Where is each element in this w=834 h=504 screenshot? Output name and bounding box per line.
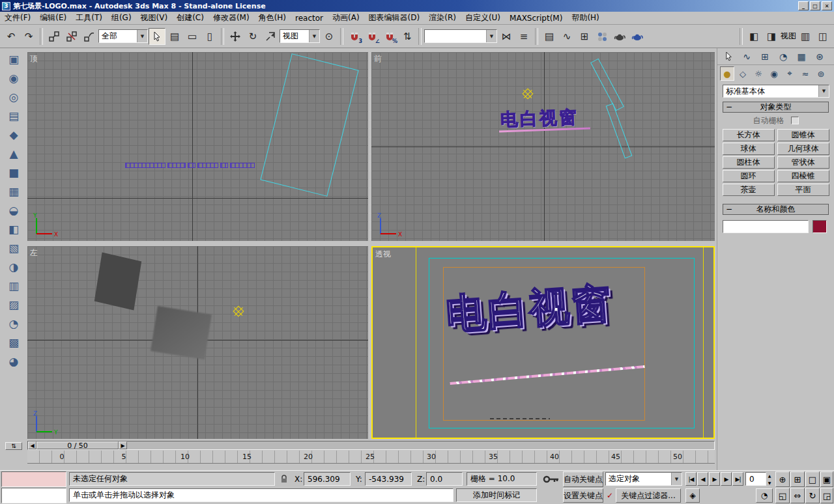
select-by-name-button[interactable]: ▤ <box>166 28 183 45</box>
category-systems[interactable]: ⊚ <box>814 66 828 81</box>
auto-key-button[interactable]: 自动关键点 <box>563 471 603 487</box>
redo-button[interactable]: ↷ <box>20 28 37 45</box>
layer-manager-button[interactable]: ▤ <box>541 28 558 45</box>
cylinder-button[interactable]: 圆柱体 <box>723 156 775 169</box>
category-geometry[interactable]: ● <box>720 66 734 81</box>
left-tool-button[interactable]: ◆ <box>5 126 22 143</box>
select-and-link-button[interactable] <box>46 28 63 45</box>
time-slider-handle[interactable]: 0 / 50 <box>36 441 119 449</box>
go-to-end-button[interactable]: ▶| <box>732 472 743 486</box>
teapot-button[interactable]: 茶壶 <box>723 184 775 196</box>
left-tool-button[interactable]: ◒ <box>5 202 22 218</box>
primitive-category-dropdown[interactable]: 标准基本体 ▼ <box>723 85 829 98</box>
z-coordinate-field[interactable]: 0.0 <box>426 472 463 486</box>
snap-toggle-3d-button[interactable]: 3 <box>346 28 363 45</box>
plane-button[interactable]: 平面 <box>777 184 829 196</box>
menu-reactor[interactable]: reactor <box>291 12 328 24</box>
menu-rendering[interactable]: 渲染(R) <box>424 11 461 25</box>
left-tool-button[interactable]: ▤ <box>5 107 22 124</box>
previous-frame-button[interactable]: ◀ <box>697 472 708 486</box>
left-tool-button[interactable]: ▦ <box>5 183 22 199</box>
mirror-button[interactable]: ⋈ <box>498 28 515 45</box>
open-minitrack-button[interactable]: ⇅ <box>5 442 22 450</box>
maxscript-mini-listener-white[interactable] <box>1 488 66 503</box>
key-mode-toggle[interactable]: ◈ <box>685 488 700 503</box>
window-crossing-button[interactable]: ▯ <box>201 28 218 45</box>
arc-rotate-button[interactable]: ↻ <box>805 488 820 503</box>
use-center-button[interactable]: ⊙ <box>321 28 338 45</box>
left-tool-button[interactable]: ◧ <box>5 221 22 237</box>
close-button[interactable]: ✕ <box>822 1 832 10</box>
category-spacewarps[interactable]: ≈ <box>798 66 812 81</box>
left-tool-button[interactable]: ◔ <box>5 315 22 331</box>
tab-motion[interactable]: ◔ <box>775 49 792 64</box>
cone-button[interactable]: 圆锥体 <box>777 129 829 141</box>
left-tool-button[interactable]: ◑ <box>5 259 22 275</box>
y-coordinate-field[interactable]: -543.939 <box>365 472 412 486</box>
menu-animation[interactable]: 动画(A) <box>328 11 364 25</box>
views-toolbar-icon-c[interactable]: ▥ <box>797 28 814 45</box>
menu-modifiers[interactable]: 修改器(M) <box>208 11 254 25</box>
geosphere-button[interactable]: 几何球体 <box>777 143 829 155</box>
torus-button[interactable]: 圆环 <box>723 170 775 182</box>
unlink-button[interactable] <box>63 28 80 45</box>
pan-button[interactable]: ⇔ <box>790 488 805 503</box>
viewport-left[interactable]: 左 Z Y <box>27 246 368 439</box>
category-helpers[interactable]: ⌖ <box>783 66 797 81</box>
time-configuration-button[interactable]: ◔ <box>756 488 773 503</box>
maxscript-mini-listener-pink[interactable] <box>1 471 66 487</box>
render-setup-button[interactable] <box>611 28 628 45</box>
left-tool-button[interactable]: ◕ <box>5 353 22 369</box>
key-filters-button[interactable]: 关键点过滤器... <box>616 488 681 503</box>
object-color-swatch[interactable] <box>812 220 827 233</box>
viewport-perspective[interactable]: 透视 电白视窗 <box>371 246 715 439</box>
pyramid-button[interactable]: 四棱锥 <box>777 170 829 182</box>
play-button[interactable]: ▶ <box>709 472 720 486</box>
menu-graph-editors[interactable]: 图表编辑器(D) <box>364 11 425 25</box>
x-coordinate-field[interactable]: 596.309 <box>304 472 351 486</box>
left-tool-button[interactable]: ▩ <box>5 334 22 350</box>
schematic-view-button[interactable]: ⊞ <box>576 28 593 45</box>
angle-snap-button[interactable]: ∠ <box>364 28 381 45</box>
previous-frame-arrow[interactable]: ◀ <box>28 441 36 449</box>
next-frame-button[interactable]: ▶ <box>721 472 732 486</box>
time-slider-track[interactable]: ◀ 0 / 50 ▶ <box>27 441 715 450</box>
menu-tools[interactable]: 工具(T) <box>71 11 107 25</box>
curve-editor-button[interactable]: ∿ <box>558 28 575 45</box>
zoom-all-button[interactable]: ⊞ <box>790 471 805 487</box>
menu-maxscript[interactable]: MAXScript(M) <box>505 12 567 24</box>
left-tool-button[interactable]: ◉ <box>5 70 22 86</box>
autogrid-checkbox[interactable] <box>791 117 799 124</box>
quick-render-button[interactable] <box>629 28 646 45</box>
menu-edit[interactable]: 编辑(E) <box>35 11 71 25</box>
zoom-button[interactable]: ⊕ <box>775 471 790 487</box>
box-button[interactable]: 长方体 <box>723 129 775 141</box>
rollout-object-type[interactable]: − 对象类型 <box>723 102 829 113</box>
menu-views[interactable]: 视图(V) <box>136 11 173 25</box>
named-selection-dropdown[interactable]: ▼ <box>424 29 497 43</box>
selected-objects-dropdown[interactable]: 选定对象 ▼ <box>605 472 682 486</box>
menu-customize[interactable]: 自定义(U) <box>461 11 505 25</box>
material-editor-button[interactable] <box>594 28 611 45</box>
category-shapes[interactable]: ◇ <box>736 66 750 81</box>
frame-spin-up[interactable]: ▲ <box>766 472 773 479</box>
object-name-input[interactable] <box>723 220 809 233</box>
menu-help[interactable]: 帮助(H) <box>567 11 603 25</box>
set-keys-button[interactable] <box>541 471 562 487</box>
category-cameras[interactable]: ◉ <box>767 66 781 81</box>
track-bar[interactable]: 0 5 10 15 20 25 30 35 40 45 50 <box>27 451 715 464</box>
rectangular-selection-button[interactable]: ▭ <box>184 28 201 45</box>
tube-button[interactable]: 管状体 <box>777 156 829 169</box>
views-toolbar-icon-d[interactable]: ◫ <box>814 28 831 45</box>
left-tool-button[interactable]: ▧ <box>5 240 22 256</box>
select-rotate-button[interactable]: ↻ <box>244 28 261 45</box>
select-object-button[interactable] <box>149 28 165 45</box>
maximize-button[interactable]: □ <box>810 1 820 10</box>
viewport-top[interactable]: 顶 Y X <box>27 52 368 241</box>
frame-spin-down[interactable]: ▼ <box>766 479 773 486</box>
left-tool-button[interactable]: ▥ <box>5 277 22 294</box>
reference-coordinate-dropdown[interactable]: 视图 ▼ <box>280 29 320 43</box>
views-toolbar-icon-b[interactable]: ◨ <box>763 28 780 45</box>
menu-character[interactable]: 角色(H) <box>254 11 291 25</box>
key-filters-check[interactable]: ✓ <box>605 488 614 503</box>
